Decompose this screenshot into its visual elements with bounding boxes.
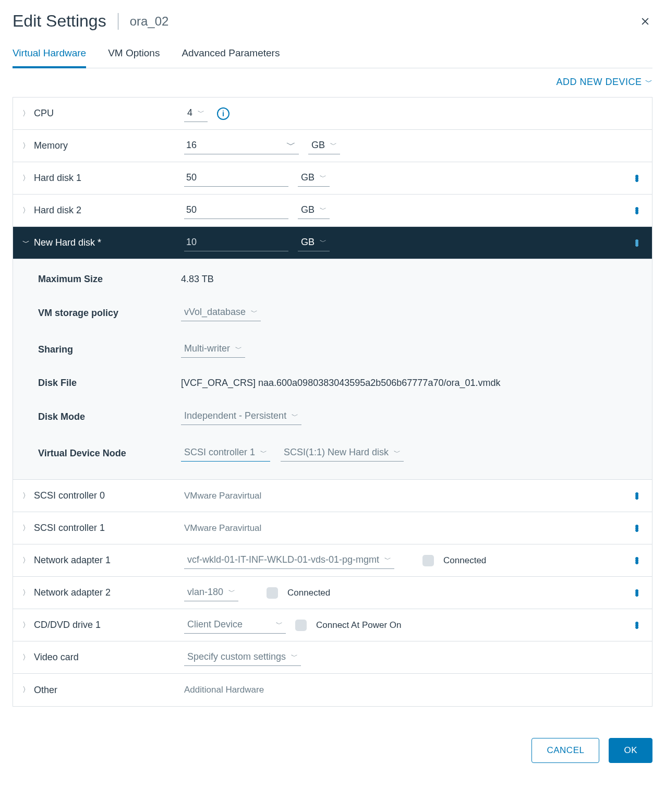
sharing-label: Sharing (38, 344, 181, 355)
net1-connected-label: Connected (443, 555, 486, 566)
scsi0-value: VMware Paravirtual (184, 491, 261, 501)
hd2-unit-value: GB (301, 204, 315, 215)
chevron-down-icon: ﹀ (394, 448, 401, 457)
chevron-down-icon: ﹀ (198, 108, 204, 117)
add-new-device-button[interactable]: ADD NEW DEVICE ﹀ (556, 77, 652, 88)
chevron-right-icon: 〉 (22, 174, 30, 183)
net1-actions-menu[interactable]: ••• (631, 558, 643, 564)
disk-mode-value: Independent - Persistent (184, 410, 286, 421)
hd1-unit-select[interactable]: GB ﹀ (298, 170, 330, 187)
dialog-title: Edit Settings (13, 11, 106, 31)
add-new-device-label: ADD NEW DEVICE (556, 77, 642, 88)
row-cpu-header[interactable]: 〉 CPU (22, 108, 184, 119)
close-button[interactable] (638, 14, 652, 29)
row-hard-disk-1: 〉 Hard disk 1 GB ﹀ ••• (13, 162, 652, 195)
memory-unit-value: GB (311, 140, 325, 151)
vdn-slot-select[interactable]: SCSI(1:1) New Hard disk ﹀ (281, 445, 404, 462)
row-net1-header[interactable]: 〉 Network adapter 1 (22, 555, 184, 566)
memory-value-input[interactable] (184, 138, 299, 154)
disk-mode-label: Disk Mode (38, 411, 181, 422)
row-cpu: 〉 CPU 4 ﹀ i (13, 98, 652, 130)
net2-connected-label: Connected (287, 588, 330, 598)
row-scsi-0: 〉 SCSI controller 0 VMware Paravirtual •… (13, 480, 652, 512)
row-hard-disk-2: 〉 Hard disk 2 GB ﹀ ••• (13, 195, 652, 227)
row-video-header[interactable]: 〉 Video card (22, 652, 184, 663)
cancel-button[interactable]: CANCEL (531, 738, 599, 763)
vm-name: ora_02 (130, 14, 169, 29)
chevron-down-icon: ﹀ (276, 620, 283, 629)
row-network-2: 〉 Network adapter 2 vlan-180 ﹀ Connected… (13, 577, 652, 609)
row-cd-dvd: 〉 CD/DVD drive 1 Client Device ﹀ Connect… (13, 609, 652, 641)
row-newhd-label: New Hard disk * (34, 237, 101, 248)
cd-actions-menu[interactable]: ••• (631, 622, 643, 628)
cd-connect-checkbox[interactable] (295, 620, 307, 631)
newhd-actions-menu[interactable]: ••• (631, 240, 643, 246)
row-hd2-header[interactable]: 〉 Hard disk 2 (22, 205, 184, 216)
scsi1-actions-menu[interactable]: ••• (631, 525, 643, 531)
disk-file-value: [VCF_ORA_CRS] naa.600a0980383043595a2b50… (181, 378, 500, 389)
sharing-value: Multi-writer (184, 343, 230, 354)
hardware-panel: 〉 CPU 4 ﹀ i 〉 Memory ﹀ (13, 97, 652, 707)
net2-connected-checkbox[interactable] (267, 587, 278, 599)
tab-vm-options[interactable]: VM Options (108, 43, 160, 68)
chevron-right-icon: 〉 (22, 556, 30, 565)
vdn-controller-select[interactable]: SCSI controller 1 ﹀ (181, 445, 270, 462)
max-size-label: Maximum Size (38, 274, 181, 285)
hd1-actions-menu[interactable]: ••• (631, 175, 643, 181)
hd2-size-input[interactable] (184, 202, 288, 219)
net1-network-select[interactable]: vcf-wkld-01-IT-INF-WKLD-01-vds-01-pg-mgm… (184, 552, 394, 569)
row-net1-label: Network adapter 1 (34, 555, 111, 566)
cpu-count-select[interactable]: 4 ﹀ (184, 105, 208, 122)
ok-button[interactable]: OK (609, 738, 652, 763)
hd2-actions-menu[interactable]: ••• (631, 208, 643, 214)
chevron-down-icon: ﹀ (330, 140, 337, 150)
row-network-1: 〉 Network adapter 1 vcf-wkld-01-IT-INF-W… (13, 544, 652, 577)
newhd-size-input[interactable] (184, 235, 288, 251)
storage-policy-label: VM storage policy (38, 308, 181, 319)
row-hd1-header[interactable]: 〉 Hard disk 1 (22, 173, 184, 184)
scsi1-value: VMware Paravirtual (184, 523, 261, 534)
tab-advanced-parameters[interactable]: Advanced Parameters (182, 43, 280, 68)
net2-actions-menu[interactable]: ••• (631, 590, 643, 596)
newhd-unit-select[interactable]: GB ﹀ (298, 235, 330, 251)
row-other-label: Other (34, 685, 57, 696)
row-cd-header[interactable]: 〉 CD/DVD drive 1 (22, 620, 184, 631)
scsi0-actions-menu[interactable]: ••• (631, 493, 643, 499)
row-video-card: 〉 Video card Specify custom settings ﹀ (13, 641, 652, 674)
row-hd2-label: Hard disk 2 (34, 205, 81, 216)
row-other-header[interactable]: 〉 Other (22, 685, 184, 696)
disk-mode-select[interactable]: Independent - Persistent ﹀ (181, 408, 301, 425)
other-value: Additional Hardware (184, 685, 264, 695)
vdn-controller-value: SCSI controller 1 (184, 447, 255, 458)
row-newhd-header[interactable]: ﹀ New Hard disk * (22, 237, 184, 248)
disk-file-label: Disk File (38, 378, 181, 389)
tab-virtual-hardware[interactable]: Virtual Hardware (13, 43, 86, 68)
chevron-right-icon: 〉 (22, 588, 30, 598)
chevron-down-icon: ﹀ (235, 344, 242, 354)
row-net2-label: Network adapter 2 (34, 587, 111, 598)
storage-policy-select[interactable]: vVol_database ﹀ (181, 305, 261, 321)
row-memory: 〉 Memory ﹀ GB ﹀ (13, 130, 652, 162)
net1-connected-checkbox[interactable] (422, 555, 434, 566)
new-hard-disk-detail: Maximum Size 4.83 TB VM storage policy v… (13, 259, 652, 480)
sharing-select[interactable]: Multi-writer ﹀ (181, 341, 245, 358)
row-scsi0-label: SCSI controller 0 (34, 490, 105, 501)
chevron-down-icon: ﹀ (292, 411, 298, 421)
cd-device-select[interactable]: Client Device ﹀ (184, 617, 286, 634)
net2-network-select[interactable]: vlan-180 ﹀ (184, 585, 238, 601)
close-icon (640, 16, 650, 27)
hd2-unit-select[interactable]: GB ﹀ (298, 202, 330, 219)
hd1-size-input[interactable] (184, 170, 288, 187)
row-scsi0-header[interactable]: 〉 SCSI controller 0 (22, 490, 184, 501)
row-scsi1-header[interactable]: 〉 SCSI controller 1 (22, 523, 184, 534)
info-icon[interactable]: i (217, 107, 229, 120)
chevron-down-icon: ﹀ (645, 78, 653, 87)
row-net2-header[interactable]: 〉 Network adapter 2 (22, 587, 184, 598)
row-memory-header[interactable]: 〉 Memory (22, 140, 184, 151)
chevron-right-icon: 〉 (22, 141, 30, 151)
row-scsi-1: 〉 SCSI controller 1 VMware Paravirtual •… (13, 512, 652, 544)
net2-network-value: vlan-180 (187, 587, 223, 598)
memory-unit-select[interactable]: GB ﹀ (308, 138, 340, 154)
video-settings-select[interactable]: Specify custom settings ﹀ (184, 649, 301, 666)
net1-network-value: vcf-wkld-01-IT-INF-WKLD-01-vds-01-pg-mgm… (187, 554, 379, 565)
